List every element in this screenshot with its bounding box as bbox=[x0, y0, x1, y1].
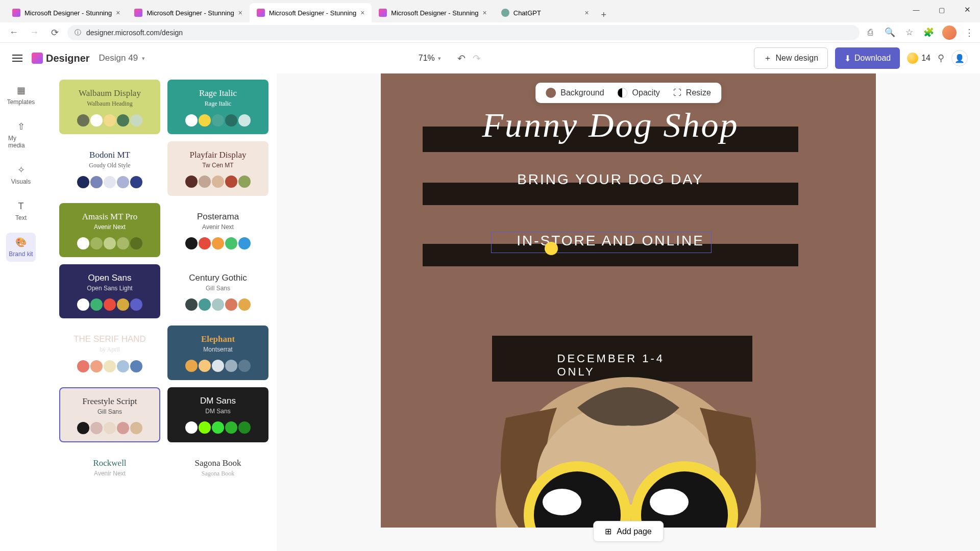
close-icon[interactable]: × bbox=[238, 9, 242, 17]
app-logo[interactable]: Designer bbox=[32, 53, 90, 64]
opacity-tool[interactable]: Opacity bbox=[618, 88, 660, 98]
rail-templates[interactable]: ▦Templates bbox=[6, 81, 36, 110]
rail-brand-kit[interactable]: 🎨Brand kit bbox=[6, 233, 36, 262]
palette-card[interactable]: Freestyle ScriptGill Sans bbox=[59, 387, 160, 442]
palette-card[interactable]: Playfair DisplayTw Cen MT bbox=[167, 141, 268, 196]
hamburger-menu-button[interactable] bbox=[12, 55, 22, 62]
dog-image[interactable] bbox=[445, 326, 812, 528]
back-button[interactable]: ← bbox=[6, 25, 21, 40]
palette-card[interactable]: THE SERIF HANDby April bbox=[59, 325, 160, 380]
bookmark-icon[interactable]: ☆ bbox=[903, 27, 915, 38]
browser-tab-active[interactable]: Microsoft Designer - Stunning× bbox=[250, 3, 372, 22]
browser-tab[interactable]: Microsoft Designer - Stunning× bbox=[5, 3, 127, 22]
share-icon[interactable]: ⚲ bbox=[938, 53, 944, 64]
color-swatch bbox=[238, 298, 251, 311]
palette-card[interactable]: Sagona BookSagona Book bbox=[167, 449, 268, 492]
svg-point-7 bbox=[650, 489, 689, 515]
color-swatch bbox=[90, 298, 103, 311]
palette-card[interactable]: RockwellAvenir Next bbox=[59, 449, 160, 492]
palette-card[interactable]: Walbaum DisplayWalbaum Heading bbox=[59, 80, 160, 134]
minimize-button[interactable]: — bbox=[903, 0, 929, 19]
upload-icon: ⇧ bbox=[15, 121, 27, 132]
reload-button[interactable]: ⟳ bbox=[47, 25, 62, 40]
canvas-text-band-title[interactable]: Funny Dog Shop bbox=[423, 127, 798, 152]
close-icon[interactable]: × bbox=[360, 9, 364, 17]
palette-card[interactable]: DM SansDM Sans bbox=[167, 387, 268, 442]
zoom-icon[interactable]: 🔍 bbox=[884, 27, 895, 38]
browser-tab[interactable]: Microsoft Designer - Stunning× bbox=[127, 3, 249, 22]
color-swatch bbox=[212, 298, 224, 311]
canvas-text-band-2[interactable]: BRING YOUR DOG DAY bbox=[423, 183, 798, 205]
brand-kit-icon: 🎨 bbox=[15, 237, 27, 248]
resize-tool[interactable]: ⛶ Resize bbox=[673, 88, 711, 97]
canvas-line3-text[interactable]: IN-STORE AND ONLINE bbox=[517, 233, 704, 249]
color-swatch bbox=[185, 114, 198, 127]
color-swatch bbox=[77, 237, 89, 249]
maximize-button[interactable]: ▢ bbox=[929, 0, 954, 19]
color-swatch bbox=[90, 237, 103, 249]
text-icon: T bbox=[15, 201, 27, 212]
download-button[interactable]: ⬇ Download bbox=[835, 47, 900, 69]
palette-card[interactable]: Open SansOpen Sans Light bbox=[59, 264, 160, 318]
install-app-icon[interactable]: ⎙ bbox=[865, 27, 876, 38]
color-swatch bbox=[117, 237, 129, 249]
site-info-icon[interactable]: ⓘ bbox=[75, 28, 81, 37]
profile-button[interactable]: 👤 bbox=[951, 50, 968, 66]
url-input[interactable]: ⓘ designer.microsoft.com/design bbox=[67, 25, 860, 40]
palette-main-font: THE SERIF HAND bbox=[74, 334, 146, 344]
undo-button[interactable]: ↶ bbox=[457, 53, 465, 64]
close-icon[interactable]: × bbox=[116, 9, 120, 17]
redo-button[interactable]: ↷ bbox=[473, 53, 481, 64]
rail-my-media[interactable]: ⇧My media bbox=[6, 117, 36, 153]
close-icon[interactable]: × bbox=[483, 9, 487, 17]
color-swatch bbox=[117, 360, 129, 372]
design-name-dropdown[interactable]: Design 49 ▾ bbox=[99, 53, 145, 63]
palette-card[interactable]: Amasis MT ProAvenir Next bbox=[59, 203, 160, 257]
browser-tab[interactable]: Microsoft Designer - Stunning× bbox=[372, 3, 494, 22]
window-close-button[interactable]: ✕ bbox=[954, 0, 980, 19]
zoom-dropdown[interactable]: 71% ▾ bbox=[419, 54, 441, 63]
color-swatch bbox=[90, 422, 103, 434]
color-swatch bbox=[238, 176, 251, 188]
palette-sub-font: Open Sans Light bbox=[87, 285, 132, 292]
new-tab-button[interactable]: + bbox=[596, 7, 611, 22]
palette-swatch-row bbox=[185, 421, 251, 434]
new-design-button[interactable]: ＋ New design bbox=[754, 47, 828, 69]
rail-visuals[interactable]: ✧Visuals bbox=[6, 160, 36, 189]
canvas-title-text[interactable]: Funny Dog Shop bbox=[482, 105, 739, 145]
palette-card[interactable]: Bodoni MTGoudy Old Style bbox=[59, 141, 160, 196]
canvas-area[interactable]: Background Opacity ⛶ Resize Funny Dog Sh… bbox=[277, 73, 980, 551]
palette-card[interactable]: Rage ItalicRage Italic bbox=[167, 80, 268, 134]
side-rail: ▦Templates ⇧My media ✧Visuals TText 🎨Bra… bbox=[0, 73, 42, 551]
brand-kit-panel[interactable]: Walbaum DisplayWalbaum HeadingRage Itali… bbox=[42, 73, 277, 551]
color-swatch bbox=[212, 421, 224, 434]
extensions-icon[interactable]: 🧩 bbox=[923, 27, 934, 38]
color-swatch bbox=[130, 422, 142, 434]
browser-profile-avatar[interactable] bbox=[942, 26, 957, 40]
palette-swatch-row bbox=[77, 298, 142, 311]
color-swatch bbox=[199, 176, 211, 188]
credits-counter[interactable]: 14 bbox=[907, 53, 930, 64]
rail-text[interactable]: TText bbox=[6, 196, 36, 226]
browser-menu-icon[interactable]: ⋮ bbox=[965, 27, 974, 38]
browser-tab[interactable]: ChatGPT× bbox=[494, 3, 596, 22]
palette-swatch-row bbox=[77, 422, 142, 434]
background-tool[interactable]: Background bbox=[546, 88, 604, 98]
palette-sub-font: Avenir Next bbox=[94, 223, 126, 231]
palette-card[interactable]: PosteramaAvenir Next bbox=[167, 203, 268, 257]
palette-swatch-row bbox=[77, 360, 142, 372]
add-page-button[interactable]: ⊞ Add page bbox=[593, 521, 664, 542]
color-swatch bbox=[199, 114, 211, 127]
design-canvas[interactable]: Background Opacity ⛶ Resize Funny Dog Sh… bbox=[381, 73, 876, 528]
palette-card[interactable]: Century GothicGill Sans bbox=[167, 264, 268, 318]
color-swatch bbox=[77, 298, 89, 311]
palette-sub-font: by April bbox=[100, 346, 120, 354]
color-swatch bbox=[77, 114, 89, 127]
palette-swatch-row bbox=[185, 360, 251, 372]
close-icon[interactable]: × bbox=[585, 9, 589, 17]
canvas-subtitle-text[interactable]: BRING YOUR DOG DAY bbox=[517, 171, 704, 188]
forward-button[interactable]: → bbox=[27, 25, 42, 40]
browser-titlebar: Microsoft Designer - Stunning× Microsoft… bbox=[0, 0, 980, 22]
palette-card[interactable]: ElephantMontserrat bbox=[167, 325, 268, 380]
canvas-text-band-3[interactable]: IN-STORE AND ONLINE bbox=[423, 244, 798, 266]
